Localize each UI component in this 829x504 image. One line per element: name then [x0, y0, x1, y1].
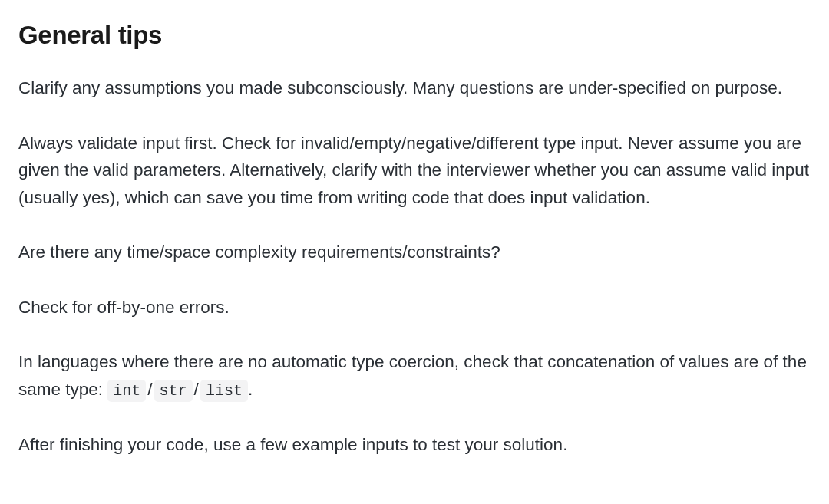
tip-paragraph: Always validate input first. Check for i…	[18, 130, 811, 212]
code-int: int	[107, 380, 146, 402]
tip-paragraph: After finishing your code, use a few exa…	[18, 431, 811, 459]
tip-paragraph: Check for off-by-one errors.	[18, 294, 811, 321]
code-str: str	[154, 380, 193, 402]
tip-paragraph: In languages where there are no automati…	[18, 348, 811, 403]
separator: /	[147, 380, 152, 399]
code-list: list	[200, 380, 248, 402]
tip-paragraph: Are there any time/space complexity requ…	[18, 239, 811, 266]
tip-paragraph: Clarify any assumptions you made subcons…	[18, 74, 811, 102]
separator: /	[194, 380, 199, 399]
tip-text-suffix: .	[248, 380, 253, 399]
section-heading: General tips	[18, 15, 811, 54]
